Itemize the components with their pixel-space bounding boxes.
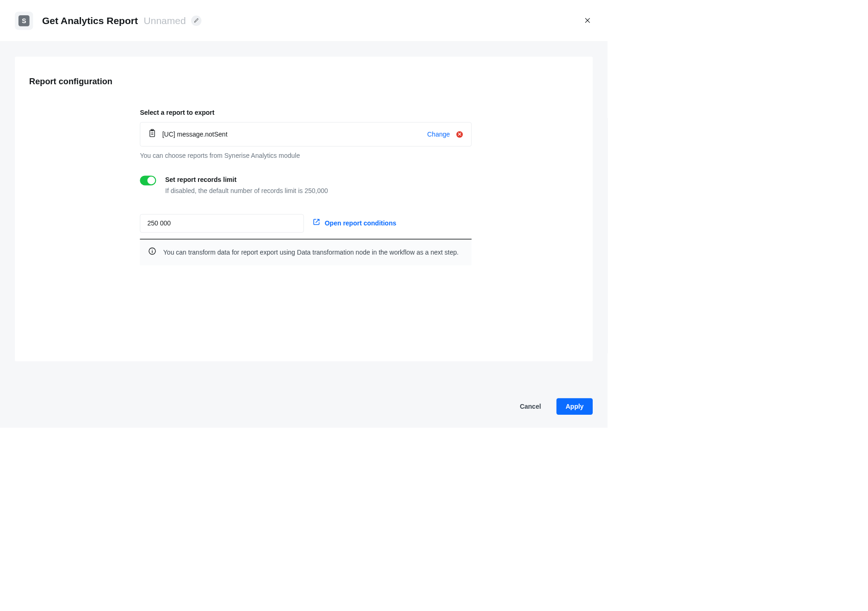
pencil-icon — [194, 18, 198, 24]
change-report-link[interactable]: Change — [427, 130, 450, 139]
records-limit-description: If disabled, the default number of recor… — [165, 186, 328, 195]
dialog-footer: Cancel Apply — [0, 390, 608, 428]
dialog-body: Report configuration Select a report to … — [0, 42, 608, 390]
toggle-knob — [148, 176, 155, 184]
toggle-text: Set report records limit If disabled, th… — [165, 175, 328, 195]
report-selector[interactable]: [UC] message.notSent Change — [140, 122, 471, 146]
app-badge-letter: S — [19, 15, 30, 26]
apply-button[interactable]: Apply — [557, 398, 593, 415]
report-select-label: Select a report to export — [140, 108, 471, 117]
records-limit-row: Set report records limit If disabled, th… — [140, 175, 471, 195]
edit-name-button[interactable] — [191, 16, 201, 26]
app-badge: S — [15, 12, 33, 30]
config-card: Report configuration Select a report to … — [15, 57, 593, 362]
external-link-icon — [313, 218, 320, 228]
form-area: Select a report to export [UC] message.n… — [140, 108, 471, 265]
report-helper-text: You can choose reports from Synerise Ana… — [140, 151, 471, 160]
open-report-conditions-label: Open report conditions — [325, 218, 397, 228]
close-icon — [584, 17, 591, 25]
svg-rect-2 — [150, 131, 155, 137]
records-limit-toggle[interactable] — [140, 175, 156, 185]
info-icon — [149, 247, 156, 255]
remove-report-button[interactable] — [456, 131, 463, 137]
remove-icon — [458, 132, 461, 137]
svg-point-10 — [152, 249, 152, 249]
clipboard-icon — [149, 129, 155, 140]
close-button[interactable] — [583, 16, 593, 26]
info-text: You can transform data for report export… — [163, 247, 459, 257]
dialog-subtitle: Unnamed — [144, 14, 186, 27]
records-limit-input[interactable] — [140, 214, 304, 233]
open-report-conditions-link[interactable]: Open report conditions — [305, 218, 397, 228]
info-banner: You can transform data for report export… — [140, 239, 471, 265]
section-title: Report configuration — [29, 75, 578, 87]
dialog: S Get Analytics Report Unnamed Report co… — [0, 0, 608, 428]
cancel-button[interactable]: Cancel — [511, 398, 550, 415]
dialog-title: Get Analytics Report — [42, 14, 138, 27]
records-limit-label: Set report records limit — [165, 175, 328, 184]
selected-report-name: [UC] message.notSent — [162, 130, 421, 139]
dialog-header: S Get Analytics Report Unnamed — [0, 0, 608, 42]
